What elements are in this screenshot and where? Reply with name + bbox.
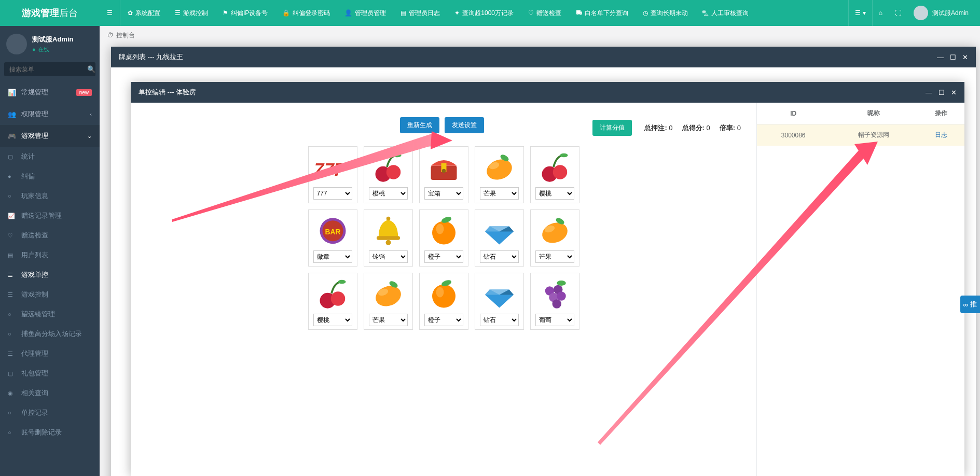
svg-point-32 [372, 283, 404, 310]
submenu-label: 相关查询 [21, 388, 48, 398]
submenu-item-5[interactable]: ▤用户列表 [0, 245, 100, 265]
slot-select[interactable]: 铃铛 [369, 250, 408, 263]
regenerate-button[interactable]: 重新生成 [400, 117, 439, 133]
topnav-item-7[interactable]: ♡赠送检查 [521, 0, 569, 26]
dialog-header[interactable]: 单控编辑 --- 体验房 — ☐ ✕ [131, 82, 964, 103]
slot-select[interactable]: 芒果 [535, 250, 574, 263]
dialog-single-control: 单控编辑 --- 体验房 — ☐ ✕ 重新生成 发送设置 计算分值 总押注: 0… [131, 82, 964, 476]
submenu-label: 赠送检查 [21, 231, 48, 240]
slot-select[interactable]: 777 [313, 187, 352, 200]
slot-select[interactable]: 樱桃 [369, 187, 408, 200]
submenu-icon: ☰ [8, 272, 17, 278]
submenu-item-12[interactable]: ◉相关查询 [0, 383, 100, 403]
topnav-item-0[interactable]: ✿系统配置 [120, 0, 168, 26]
submenu-label: 游戏单控 [21, 270, 48, 279]
slot-cell-0-0: 777777 [308, 146, 357, 203]
submenu-item-10[interactable]: ☰代理管理 [0, 344, 100, 363]
submenu-item-2[interactable]: ○玩家信息 [0, 186, 100, 206]
log-link[interactable]: 日志 [935, 131, 947, 138]
table-row: 3000086 帽子资源网 日志 [757, 124, 964, 146]
menu-item-2[interactable]: 🎮游戏管理⌄ [0, 125, 100, 147]
menu-icon: 📊 [8, 89, 17, 96]
submenu-item-8[interactable]: ○望远镜管理 [0, 304, 100, 324]
submenu-item-7[interactable]: ☰游戏控制 [0, 285, 100, 304]
submenu-item-14[interactable]: ○账号删除记录 [0, 423, 100, 442]
maximize-icon[interactable]: ☐ [938, 89, 945, 96]
floating-action[interactable]: ∞推 [960, 296, 980, 313]
topnav-item-4[interactable]: 👤管理员管理 [337, 0, 393, 26]
avatar [914, 6, 928, 20]
minimize-icon[interactable]: — [926, 89, 932, 96]
topnav-item-3[interactable]: 🔒纠偏登录密码 [275, 0, 337, 26]
search-icon[interactable]: 🔍 [87, 65, 95, 73]
slot-select[interactable]: 橙子 [424, 314, 463, 326]
submenu-item-6[interactable]: ☰游戏单控 [0, 265, 100, 285]
sidebar-toggle[interactable]: ☰ [100, 0, 120, 26]
menu-dropdown[interactable]: ☰ ▾ [848, 0, 872, 26]
submenu-icon: ♡ [8, 232, 17, 239]
submenu-item-9[interactable]: ○捕鱼高分场入场记录 [0, 324, 100, 344]
slot-cell-0-3: 芒果 [475, 146, 524, 203]
slot-icon-樱桃 [313, 278, 352, 310]
sidebar-user[interactable]: 测试服Admin 在线 [0, 26, 100, 62]
submenu-item-11[interactable]: ▢礼包管理 [0, 363, 100, 383]
submenu-icon: ▢ [8, 153, 17, 160]
clock-icon: ◷ [643, 9, 648, 17]
logo[interactable]: 游戏管理后台 [0, 0, 100, 26]
submenu-label: 统计 [21, 152, 35, 161]
slot-icon-樱桃 [369, 151, 408, 184]
topnav-item-5[interactable]: ▤管理员日志 [393, 0, 447, 26]
dialog-header[interactable]: 牌桌列表 --- 九线拉王 — ☐ ✕ [111, 47, 976, 67]
close-icon[interactable]: ✕ [951, 89, 957, 96]
stats: 计算分值 总押注: 0 总得分: 0 倍率: 0 [592, 120, 741, 136]
home-button[interactable]: ⌂ [873, 0, 889, 26]
submenu-item-3[interactable]: 📈赠送记录管理 [0, 206, 100, 226]
main-panel: 重新生成 发送设置 计算分值 总押注: 0 总得分: 0 倍率: 0 77777… [131, 103, 757, 476]
topnav-item-9[interactable]: ◷查询长期未动 [636, 0, 695, 26]
topnav-item-2[interactable]: ⚑纠偏IP设备号 [215, 0, 275, 26]
slot-select[interactable]: 葡萄 [535, 314, 574, 326]
submenu-item-0[interactable]: ▢统计 [0, 147, 100, 166]
star-icon: ✦ [454, 9, 460, 17]
dialog-title: 牌桌列表 --- 九线拉王 [119, 52, 183, 62]
search-input[interactable] [9, 66, 87, 73]
topnav-item-8[interactable]: ⛟白名单下分查询 [569, 0, 636, 26]
slot-select[interactable]: 芒果 [369, 314, 408, 326]
calculate-button[interactable]: 计算分值 [592, 120, 632, 136]
submenu-item-13[interactable]: ○单控记录 [0, 403, 100, 423]
bars-icon: ☰ [107, 9, 113, 17]
svg-point-20 [436, 223, 444, 234]
topnav-item-6[interactable]: ✦查询超1000万记录 [447, 0, 521, 26]
submenu-icon: 📈 [8, 213, 17, 219]
menu-item-1[interactable]: 👥权限管理‹ [0, 103, 100, 125]
search-box[interactable]: 🔍 [4, 62, 95, 76]
slot-select[interactable]: 樱桃 [313, 314, 352, 326]
topnav-item-10[interactable]: ⛍人工审核查询 [695, 0, 756, 26]
user-menu[interactable]: 测试服Admin [907, 0, 975, 26]
col-id: ID [757, 103, 830, 124]
truck-icon: ⛍ [702, 9, 709, 17]
slot-cell-2-3: 钻石 [475, 273, 524, 330]
fullscreen-button[interactable]: ⛶ [889, 0, 907, 26]
slot-select[interactable]: 宝箱 [424, 187, 463, 200]
close-icon[interactable]: ✕ [962, 53, 968, 61]
submenu-icon: ○ [8, 311, 17, 317]
slot-select[interactable]: 钻石 [480, 250, 519, 263]
submenu-item-1[interactable]: ●纠偏 [0, 166, 100, 186]
expand-icon: ⛶ [895, 9, 901, 17]
slot-select[interactable]: 钻石 [480, 314, 519, 326]
minimize-icon[interactable]: — [937, 53, 944, 61]
list-icon: ☰ [175, 9, 181, 17]
submenu-icon: ○ [8, 410, 17, 416]
send-settings-button[interactable]: 发送设置 [445, 117, 484, 133]
maximize-icon[interactable]: ☐ [950, 53, 956, 61]
slot-select[interactable]: 芒果 [480, 187, 519, 200]
svg-text:BAR: BAR [325, 228, 340, 235]
slot-select[interactable]: 徽章 [313, 250, 352, 263]
slot-select[interactable]: 樱桃 [535, 187, 574, 200]
topnav-item-1[interactable]: ☰游戏控制 [168, 0, 215, 26]
submenu-item-4[interactable]: ♡赠送检查 [0, 226, 100, 245]
menu-item-0[interactable]: 📊常规管理new [0, 81, 100, 103]
slot-select[interactable]: 橙子 [424, 250, 463, 263]
slot-icon-芒果 [535, 215, 574, 247]
